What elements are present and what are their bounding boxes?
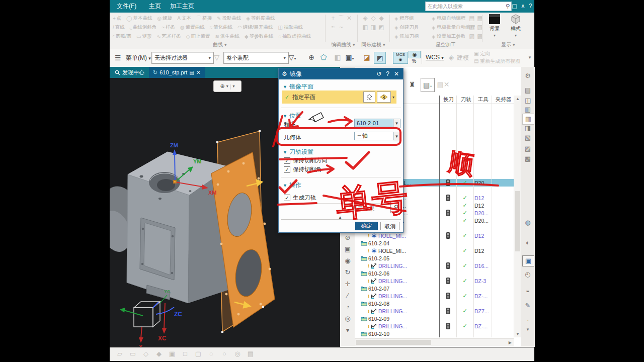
specify-plane-row[interactable]: ✓ 指定平面 ▾	[282, 90, 396, 104]
program-group-row[interactable]: 610-2-08	[355, 300, 514, 307]
minimize-ribbon-icon[interactable]: ∧	[521, 2, 525, 10]
dialog-help-icon[interactable]: ?	[386, 70, 389, 77]
filter-reset-icon[interactable]: ▽	[211, 52, 222, 63]
section-toolpath-settings[interactable]: ▼刀轨设置	[283, 148, 313, 156]
edit-curve-group-label[interactable]: 编辑曲线 ▾	[331, 41, 355, 48]
show-result-button[interactable]: ⚲	[390, 202, 402, 213]
display-group-label[interactable]: 显示 ▾	[501, 41, 515, 48]
program-group-row[interactable]: 610-2-06	[355, 269, 514, 277]
file-menu[interactable]: 文件(F)	[114, 0, 139, 13]
fit-view-icon[interactable]: ▣	[342, 244, 353, 254]
program-group-row[interactable]: 610-2-10	[355, 330, 514, 337]
hexagon-selection-icon[interactable]: ⬠	[318, 52, 329, 63]
operation-row[interactable]: !DRILLING...✓DZ-3	[355, 277, 514, 285]
markup-tools-icon[interactable]: ✎	[522, 301, 533, 311]
web-browser-icon[interactable]: ▣	[522, 255, 534, 266]
operation-row[interactable]: !DRILLING...✓D16...	[355, 262, 514, 269]
measure-icon[interactable]: ∕	[342, 291, 353, 301]
assembly-navigator-icon[interactable]: ▤	[522, 85, 533, 96]
sync-modeling-group-label[interactable]: 同步建模 ▾	[361, 41, 385, 48]
resource-bar-overflow-icon[interactable]: ▾	[522, 324, 533, 334]
background-button[interactable]: 背景▾	[486, 14, 503, 38]
reuse-library-icon[interactable]: ◍	[522, 218, 533, 228]
program-order-view-icon[interactable]: ♜	[406, 78, 419, 91]
operation-row[interactable]: !DRILLING...✓DZ-...	[355, 292, 514, 300]
part-window-icon[interactable]: ▤	[189, 70, 194, 75]
part-tab-610-stp[interactable]: ↻ 610_stp.prt ▤ ✕	[149, 67, 205, 78]
program-combo-caret[interactable]: ▼	[393, 119, 400, 128]
dependencies-icon[interactable]: ▨	[522, 144, 533, 154]
keep-cut-direction-checkbox[interactable]: ✓保持切削方向	[284, 157, 328, 164]
dialog-title-bar[interactable]: ⚙ 镜像 ↺ ? ✕	[279, 68, 403, 79]
geometry-combo-caret[interactable]: ▼	[393, 132, 400, 141]
replay-icon[interactable]: ↻	[342, 267, 353, 278]
generate-toolpath-checkbox[interactable]: ✓生成刀轨	[284, 194, 316, 202]
plane-target-icon[interactable]: ▣▾	[344, 52, 355, 63]
program-group-row[interactable]: 610-2-04	[355, 239, 514, 247]
cube-gray-icon[interactable]: ◧	[332, 52, 343, 63]
process-assistant-icon[interactable]: ▧	[522, 133, 533, 143]
toolbar-overflow-icon[interactable]: ▾	[524, 52, 535, 63]
percent-icon[interactable]: %	[409, 58, 420, 64]
program-combo[interactable]: 610-2-01	[354, 119, 393, 127]
part-navigator-icon[interactable]: ▩	[522, 154, 533, 164]
program-group-row[interactable]: 610-2-05	[355, 254, 514, 262]
help-icon[interactable]: ?	[529, 2, 532, 10]
analysis-icon[interactable]: ◔	[342, 302, 353, 312]
gear-icon[interactable]: ⚙	[522, 71, 533, 81]
plane-dialog-button[interactable]	[363, 92, 375, 103]
material-icon[interactable]: ▾	[342, 325, 353, 335]
snap-point-icon[interactable]: ⊕	[306, 52, 317, 63]
clock-icon[interactable]: ◴	[522, 269, 533, 280]
section-position[interactable]: ▼位置	[283, 112, 301, 120]
show-or-hide-icon[interactable]: ◉	[342, 256, 353, 266]
tab-close-icon[interactable]: ✕	[196, 69, 201, 76]
wcs-button[interactable]: WCS ▾	[426, 54, 444, 61]
target-icon[interactable]: ⊕	[220, 83, 224, 89]
move-object-icon[interactable]: ✛	[342, 279, 353, 289]
section-mirror-plane[interactable]: ▼镜像平面	[283, 82, 313, 91]
camera-view-icon[interactable]: ◫	[522, 96, 533, 106]
style-button[interactable]: 样式▾	[507, 14, 524, 38]
new-window-icon[interactable]: ▤+	[421, 78, 435, 92]
operation-row[interactable]: !DRILLING...✓DZ7...	[355, 307, 514, 315]
filter-list-icon[interactable]: ▽▾	[287, 52, 298, 63]
tab-home[interactable]: 主页	[146, 0, 164, 13]
fullscreen-icon[interactable]: ▢	[512, 2, 517, 10]
history-icon[interactable]: ◐	[522, 238, 533, 248]
vertical-scrollbar[interactable]: ▲ ▼	[514, 96, 521, 337]
operation-row[interactable]: !HOLE_MI...✓D12	[355, 247, 514, 254]
hamburger-icon[interactable]: ☰	[115, 54, 121, 62]
horizontal-scrollbar[interactable]: ▶	[355, 338, 514, 346]
cube-highlight-icon[interactable]: ◩	[374, 52, 386, 64]
program-group-row[interactable]: 610-2-07	[355, 285, 514, 292]
menu-button[interactable]: 菜单(M) ▾	[126, 54, 151, 62]
command-search-input[interactable]: 在此输入以搜索 ⚲	[425, 2, 512, 11]
curve-group-label[interactable]: 曲线 ▾	[213, 41, 227, 48]
mcs-display-icon[interactable]: MCS◉	[393, 52, 408, 64]
cancel-button[interactable]: 取消	[380, 222, 399, 230]
show-eye-icon[interactable]: ◉	[409, 51, 421, 58]
plane-quick-button[interactable]	[377, 92, 391, 103]
machine-tool-view-icon[interactable]: ◨	[522, 123, 533, 133]
geometry-combo[interactable]: 三轴	[354, 132, 393, 140]
ok-button[interactable]: 确定	[355, 222, 378, 230]
record-icon[interactable]: ◎	[342, 314, 353, 324]
tab-manufacturing-home[interactable]: 加工主页	[167, 0, 197, 14]
program-group-row[interactable]: 610-2-09	[355, 315, 514, 322]
operation-row[interactable]: !DRILLING...✓DZ-...	[355, 322, 514, 330]
plane-options-caret[interactable]: ▾	[392, 95, 394, 100]
section-operation[interactable]: ▼操作	[283, 181, 301, 190]
keep-cut-angle-checkbox[interactable]: ✓保持切削角	[284, 166, 322, 173]
cube-orange-face-icon[interactable]: ◪	[361, 52, 372, 63]
selection-scope-combo[interactable]: 整个装配▾	[224, 52, 288, 63]
dialog-close-icon[interactable]: ✕	[394, 70, 399, 77]
dialog-reset-icon[interactable]: ↺	[376, 70, 381, 77]
selection-filter-combo[interactable]: 无选择过滤器▾	[152, 52, 213, 63]
mirror-dialog[interactable]: ⚙ 镜像 ↺ ? ✕ ▼镜像平面 ✓ 指定平面 ▾ ▼位置 程序 610-2-0…	[278, 68, 404, 233]
palette-icon[interactable]: ◒	[522, 286, 533, 296]
constraint-navigator-icon[interactable]: ▥	[522, 105, 533, 115]
search-icon[interactable]: ⚲	[506, 3, 510, 10]
modeling-icon[interactable]: ◈	[446, 52, 457, 63]
hide-icon[interactable]: ⊘	[342, 233, 353, 243]
